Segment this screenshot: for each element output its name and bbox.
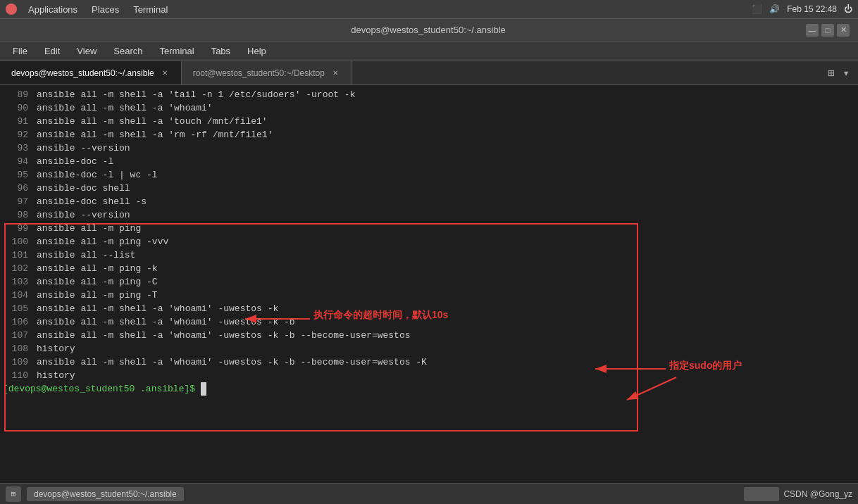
line-number: 93 — [3, 141, 37, 155]
table-row: 91ansible all -m shell -a 'touch /mnt/fi… — [0, 115, 858, 128]
menu-bar: File Edit View Search Terminal Tabs Help — [0, 42, 858, 61]
maximize-button[interactable]: □ — [821, 24, 834, 37]
table-row: 96ansible-doc shell — [0, 182, 858, 195]
table-row: 90ansible all -m shell -a 'whoami' — [0, 101, 858, 115]
table-row: 98ansible --version — [0, 208, 858, 222]
status-bar: ⊞ devops@westos_student50:~/.ansible CSD… — [0, 483, 858, 504]
line-number: 100 — [3, 235, 37, 248]
table-row: 106ansible all -m shell -a 'whoami' -uwe… — [0, 315, 858, 329]
help-menu[interactable]: Help — [240, 44, 273, 58]
app-icon — [6, 4, 17, 15]
line-number: 107 — [3, 329, 37, 342]
file-menu[interactable]: File — [6, 44, 35, 58]
line-number: 97 — [3, 195, 37, 208]
table-row: 97ansible-doc shell -s — [0, 195, 858, 208]
line-number: 91 — [3, 115, 37, 128]
datetime: Feb 15 22:48 — [787, 4, 837, 14]
line-number: 101 — [3, 248, 37, 262]
line-content: ansible --version — [37, 208, 130, 222]
line-content: ansible-doc -l | wc -l — [37, 168, 158, 182]
line-content: ansible all -m ping — [37, 222, 141, 235]
table-row: 102ansible all -m ping -k — [0, 262, 858, 275]
line-content: history — [37, 369, 75, 382]
volume-icon: 🔊 — [769, 4, 780, 14]
lines-container: 89ansible all -m shell -a 'tail -n 1 /et… — [0, 88, 858, 382]
table-row: 99ansible all -m ping — [0, 222, 858, 235]
minimize-button[interactable]: — — [806, 24, 819, 37]
tab-devops[interactable]: devops@westos_student50:~/.ansible ✕ — [0, 61, 182, 84]
status-box — [744, 487, 779, 501]
places-menu[interactable]: Places — [86, 3, 125, 16]
new-tab-icon[interactable]: ⊞ — [825, 66, 838, 80]
applications-menu[interactable]: Applications — [23, 3, 83, 16]
tab-close-root[interactable]: ✕ — [330, 68, 340, 78]
csdn-label: CSDN @Gong_yz — [783, 489, 852, 499]
line-content: ansible all -m shell -a 'touch /mnt/file… — [37, 115, 268, 128]
line-content: ansible all -m ping -C — [37, 275, 158, 289]
network-icon: ⬛ — [752, 4, 762, 14]
line-number: 98 — [3, 208, 37, 222]
tabs-menu[interactable]: Tabs — [204, 44, 237, 58]
line-number: 89 — [3, 88, 37, 101]
line-number: 94 — [3, 155, 37, 168]
terminal-menu-item[interactable]: Terminal — [153, 44, 201, 58]
line-content: ansible-doc shell -s — [37, 195, 147, 208]
line-content: ansible all -m shell -a 'whoami' -uwesto… — [37, 315, 295, 329]
line-number: 96 — [3, 182, 37, 195]
line-number: 110 — [3, 369, 37, 382]
line-content: ansible all -m shell -a 'whoami' -uwesto… — [37, 329, 411, 342]
line-content: ansible all -m shell -a 'whoami' — [37, 101, 213, 115]
table-row: 109ansible all -m shell -a 'whoami' -uwe… — [0, 355, 858, 369]
table-row: 104ansible all -m ping -T — [0, 289, 858, 302]
line-number: 103 — [3, 275, 37, 289]
power-icon[interactable]: ⏻ — [844, 4, 852, 14]
line-content: ansible all -m shell -a 'rm -rf /mnt/fil… — [37, 128, 273, 141]
search-menu[interactable]: Search — [106, 44, 149, 58]
tab-label-root: root@westos_student50:~/Desktop — [193, 68, 325, 78]
line-number: 105 — [3, 302, 37, 315]
table-row: 92ansible all -m shell -a 'rm -rf /mnt/f… — [0, 128, 858, 141]
line-content: ansible all -m ping -T — [37, 289, 158, 302]
status-tab-label[interactable]: devops@westos_student50:~/.ansible — [27, 487, 184, 501]
line-number: 102 — [3, 262, 37, 275]
view-menu[interactable]: View — [70, 44, 104, 58]
title-bar: devops@westos_student50:~/.ansible — □ ✕ — [0, 19, 858, 42]
line-number: 99 — [3, 222, 37, 235]
table-row: 110history — [0, 369, 858, 382]
edit-menu[interactable]: Edit — [37, 44, 67, 58]
terminal-menu[interactable]: Terminal — [128, 3, 173, 16]
line-content: history — [37, 342, 75, 355]
status-terminal-icon[interactable]: ⊞ — [6, 486, 21, 502]
tab-label-devops: devops@westos_student50:~/.ansible — [11, 68, 154, 78]
table-row: 95ansible-doc -l | wc -l — [0, 168, 858, 182]
table-row: 89ansible all -m shell -a 'tail -n 1 /et… — [0, 88, 858, 101]
line-content: ansible all -m ping -k — [37, 262, 158, 275]
line-number: 109 — [3, 355, 37, 369]
table-row: 94ansible-doc -l — [0, 155, 858, 168]
line-number: 108 — [3, 342, 37, 355]
table-row: 93ansible --version — [0, 141, 858, 155]
line-content: ansible --version — [37, 141, 130, 155]
line-content: ansible all -m ping -vvv — [37, 235, 168, 248]
prompt-line: [devops@westos_student50 .ansible]$ — [0, 382, 858, 396]
terminal-window: devops@westos_student50:~/.ansible — □ ✕… — [0, 19, 858, 504]
table-row: 103ansible all -m ping -C — [0, 275, 858, 289]
tab-root[interactable]: root@westos_student50:~/Desktop ✕ — [182, 61, 352, 84]
table-row: 101ansible all --list — [0, 248, 858, 262]
table-row: 100ansible all -m ping -vvv — [0, 235, 858, 248]
table-row: 105ansible all -m shell -a 'whoami' -uwe… — [0, 302, 858, 315]
table-row: 108history — [0, 342, 858, 355]
line-number: 92 — [3, 128, 37, 141]
system-bar: Applications Places Terminal ⬛ 🔊 Feb 15 … — [0, 0, 858, 19]
window-title: devops@westos_student50:~/.ansible — [51, 25, 806, 35]
terminal-content[interactable]: 89ansible all -m shell -a 'tail -n 1 /et… — [0, 85, 858, 483]
tab-menu-icon[interactable]: ▾ — [840, 66, 852, 80]
line-number: 95 — [3, 168, 37, 182]
line-content: ansible-doc shell — [37, 182, 130, 195]
line-number: 104 — [3, 289, 37, 302]
close-button[interactable]: ✕ — [837, 24, 850, 37]
line-content: ansible all -m shell -a 'whoami' -uwesto… — [37, 355, 427, 369]
tab-close-devops[interactable]: ✕ — [160, 68, 170, 78]
line-content: ansible all -m shell -a 'tail -n 1 /etc/… — [37, 88, 355, 101]
table-row: 107ansible all -m shell -a 'whoami' -uwe… — [0, 329, 858, 342]
